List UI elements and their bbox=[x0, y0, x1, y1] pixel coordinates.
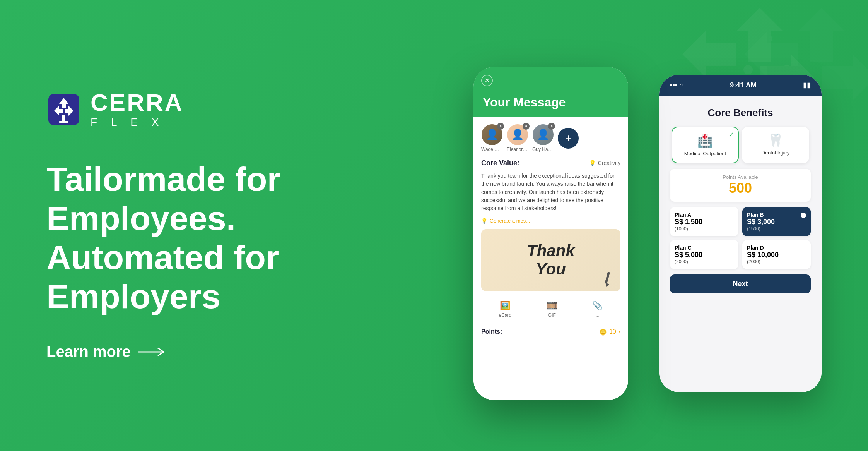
cerra-logo-icon bbox=[46, 92, 81, 127]
plan-b-points: (1500) bbox=[747, 226, 806, 232]
svg-rect-7 bbox=[605, 272, 610, 283]
benefit-icons-row: ✓ 🏥 Medical Outpatient 🦷 Dental Injury bbox=[670, 127, 811, 163]
points-available-value: 500 bbox=[675, 180, 805, 196]
status-bar-back: ▪▪▪ ⌂ 9:41 AM ▮▮ bbox=[659, 75, 822, 96]
message-body-text: Thank you team for the exceptional ideas… bbox=[481, 172, 620, 213]
dental-icon: 🦷 bbox=[747, 133, 804, 147]
tab-ecard[interactable]: 🖼️ eCard bbox=[499, 301, 512, 318]
tab-gif-label: GIF bbox=[548, 312, 556, 318]
plan-b-radio bbox=[801, 213, 806, 218]
recipient-3-name: Guy Hawk... bbox=[532, 147, 554, 152]
recipient-3-remove[interactable]: ✕ bbox=[548, 123, 555, 130]
more-icon: 📎 bbox=[592, 301, 603, 311]
recipient-2-name: Eleanor Pe... bbox=[507, 147, 528, 152]
coin-icon: 🪙 bbox=[599, 328, 607, 336]
signal-icon: ▪▪▪ ⌂ bbox=[670, 81, 683, 89]
bulb-icon: 💡 bbox=[589, 160, 596, 166]
generate-label: Generate a mes... bbox=[490, 218, 530, 224]
tab-ecard-label: eCard bbox=[499, 312, 512, 318]
generate-row: 💡 Generate a mes... bbox=[481, 218, 620, 224]
bottom-tabs: 🖼️ eCard 🎞️ GIF 📎 ... bbox=[481, 297, 620, 322]
tab-gif[interactable]: 🎞️ GIF bbox=[547, 301, 557, 318]
logo-name: CERRA bbox=[91, 91, 183, 115]
next-button[interactable]: Next bbox=[670, 274, 811, 293]
thank-line2: You bbox=[536, 260, 566, 278]
ecard-image: Thank You bbox=[481, 229, 620, 291]
plan-b-price: S$ 3,000 bbox=[747, 218, 806, 226]
benefits-title: Core Benefits bbox=[670, 107, 811, 119]
benefit-dental[interactable]: 🦷 Dental Injury bbox=[742, 127, 810, 163]
points-footer-label: Points: bbox=[481, 328, 502, 335]
recipients-row: 👤 ✕ Wade Warre... 👤 ✕ El bbox=[481, 124, 620, 152]
phone-message: ✕ Your Message 👤 ✕ Wade Warre... bbox=[473, 67, 628, 400]
recipient-1: 👤 ✕ Wade Warre... bbox=[481, 124, 503, 152]
plan-a-points: (1000) bbox=[675, 226, 734, 232]
logo-text-area: CERRA F L E X bbox=[91, 91, 183, 129]
thank-line1: Thank bbox=[527, 242, 575, 260]
logo-subtitle: F L E X bbox=[91, 116, 183, 129]
benefit-medical-label: Medical Outpatient bbox=[678, 151, 733, 156]
banner: CERRA F L E X Tailormade for Employees. … bbox=[0, 0, 868, 451]
logo-area: CERRA F L E X bbox=[46, 91, 473, 129]
tab-more[interactable]: 📎 ... bbox=[592, 301, 603, 318]
points-footer: Points: 🪙 10 › bbox=[481, 324, 620, 336]
recipient-1-name: Wade Warre... bbox=[481, 147, 503, 152]
core-value-row: Core Value: 💡 Creativity bbox=[481, 159, 620, 167]
thank-you-text: Thank You bbox=[527, 242, 575, 278]
svg-rect-5 bbox=[59, 121, 68, 123]
learn-more-label: Learn more bbox=[46, 343, 131, 360]
plan-c-price: S$ 5,000 bbox=[675, 251, 734, 259]
recipient-2: 👤 ✕ Eleanor Pe... bbox=[507, 124, 528, 152]
plan-c[interactable]: Plan C S$ 5,000 (2000) bbox=[670, 240, 738, 269]
plan-a[interactable]: Plan A S$ 1,500 (1000) bbox=[670, 207, 738, 236]
add-recipient-button[interactable]: + bbox=[558, 128, 579, 149]
points-available-label: Points Available bbox=[675, 174, 805, 180]
plan-b[interactable]: Plan B S$ 3,000 (1500) bbox=[742, 207, 811, 236]
battery-icon: ▮▮ bbox=[803, 81, 811, 89]
phones-section: ▪▪▪ ⌂ 9:41 AM ▮▮ Core Benefits ✓ 🏥 Medic… bbox=[473, 51, 822, 400]
plan-c-name: Plan C bbox=[675, 245, 734, 251]
plan-d-points: (2000) bbox=[747, 259, 806, 264]
learn-more-link[interactable]: Learn more bbox=[46, 343, 473, 360]
benefit-medical[interactable]: ✓ 🏥 Medical Outpatient bbox=[672, 127, 739, 163]
recipient-1-remove[interactable]: ✕ bbox=[497, 123, 504, 130]
checkmark-icon: ✓ bbox=[728, 130, 734, 139]
points-number: 10 bbox=[609, 328, 616, 335]
phone-benefits: ▪▪▪ ⌂ 9:41 AM ▮▮ Core Benefits ✓ 🏥 Medic… bbox=[659, 75, 822, 392]
close-button[interactable]: ✕ bbox=[481, 75, 493, 86]
main-headline: Tailormade for Employees. Automated for … bbox=[46, 159, 379, 316]
creativity-label: Creativity bbox=[598, 160, 620, 166]
left-section: CERRA F L E X Tailormade for Employees. … bbox=[46, 91, 473, 361]
phone-benefits-content: Core Benefits ✓ 🏥 Medical Outpatient 🦷 D… bbox=[659, 96, 822, 392]
recipient-3: 👤 ✕ Guy Hawk... bbox=[532, 124, 554, 152]
creativity-badge: 💡 Creativity bbox=[589, 160, 620, 166]
plan-d-price: S$ 10,000 bbox=[747, 251, 806, 259]
plan-d[interactable]: Plan D S$ 10,000 (2000) bbox=[742, 240, 811, 269]
points-footer-value: 🪙 10 › bbox=[599, 328, 620, 336]
plan-b-name: Plan B bbox=[747, 212, 806, 218]
benefit-dental-label: Dental Injury bbox=[747, 150, 804, 156]
recipient-2-remove[interactable]: ✕ bbox=[523, 123, 530, 130]
status-time: 9:41 AM bbox=[730, 81, 756, 89]
message-header: ✕ Your Message bbox=[473, 67, 628, 117]
plan-c-points: (2000) bbox=[675, 259, 734, 264]
core-value-label: Core Value: bbox=[481, 159, 519, 167]
medical-icon: 🏥 bbox=[678, 134, 733, 148]
message-header-title: Your Message bbox=[483, 87, 566, 110]
plan-a-name: Plan A bbox=[675, 212, 734, 218]
plans-grid: Plan A S$ 1,500 (1000) Plan B S$ 3,000 (… bbox=[670, 207, 811, 269]
svg-rect-4 bbox=[62, 115, 65, 122]
arrow-icon bbox=[138, 346, 169, 358]
ecard-icon: 🖼️ bbox=[500, 301, 510, 311]
gif-icon: 🎞️ bbox=[547, 301, 557, 311]
plan-d-name: Plan D bbox=[747, 245, 806, 251]
chevron-right-icon: › bbox=[619, 328, 620, 335]
points-available-section: Points Available 500 bbox=[670, 169, 811, 202]
tab-more-label: ... bbox=[596, 312, 600, 318]
message-body: 👤 ✕ Wade Warre... 👤 ✕ El bbox=[473, 117, 628, 400]
pen-icon bbox=[601, 272, 613, 287]
generate-bulb-icon: 💡 bbox=[481, 218, 487, 224]
plan-a-price: S$ 1,500 bbox=[675, 218, 734, 226]
